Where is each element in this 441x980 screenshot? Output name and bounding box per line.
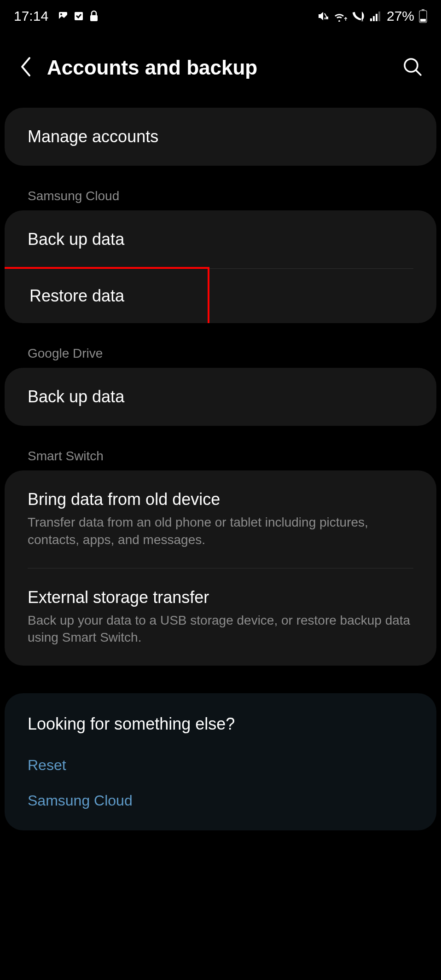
footer-title: Looking for something else? xyxy=(5,693,436,748)
status-bar: 17:14 1 27% xyxy=(0,0,441,32)
battery-icon xyxy=(419,9,427,23)
lock-icon xyxy=(89,10,99,22)
item-backup-data-samsung[interactable]: Back up data xyxy=(5,210,436,268)
app-header: Accounts and backup xyxy=(0,32,441,108)
status-time: 17:14 xyxy=(14,8,48,24)
svg-rect-8 xyxy=(376,14,377,21)
mute-icon xyxy=(317,10,329,22)
image-icon xyxy=(58,11,69,22)
svg-text:1: 1 xyxy=(361,17,364,22)
battery-percent: 27% xyxy=(387,8,414,24)
svg-rect-9 xyxy=(378,12,380,21)
item-label: Manage accounts xyxy=(28,127,413,146)
item-restore-data[interactable]: Restore data xyxy=(5,267,209,323)
item-label: Restore data xyxy=(29,286,171,306)
link-samsung-cloud[interactable]: Samsung Cloud xyxy=(5,783,436,830)
card-google-drive: Back up data xyxy=(5,368,436,426)
section-label-smart-switch: Smart Switch xyxy=(5,440,436,470)
item-label: External storage transfer xyxy=(28,588,413,607)
svg-rect-7 xyxy=(373,16,375,21)
link-reset[interactable]: Reset xyxy=(5,748,436,783)
item-external-storage[interactable]: External storage transfer Back up your d… xyxy=(5,568,436,666)
signal-icon xyxy=(370,11,382,21)
checkbox-icon xyxy=(73,11,84,22)
svg-rect-3 xyxy=(90,15,98,21)
svg-point-1 xyxy=(60,13,62,15)
section-label-google-drive: Google Drive xyxy=(5,337,436,368)
item-subtitle: Back up your data to a USB storage devic… xyxy=(28,612,413,647)
volte-icon: 1 xyxy=(352,10,366,22)
svg-rect-12 xyxy=(420,19,426,22)
status-right: 1 27% xyxy=(317,8,427,24)
card-samsung-cloud: Back up data Restore data xyxy=(5,210,436,323)
content-area: Manage accounts Samsung Cloud Back up da… xyxy=(0,108,441,830)
item-backup-data-google[interactable]: Back up data xyxy=(5,368,436,426)
status-left: 17:14 xyxy=(14,8,99,24)
svg-line-14 xyxy=(416,70,421,75)
page-title: Accounts and backup xyxy=(47,56,389,79)
item-manage-accounts[interactable]: Manage accounts xyxy=(5,108,436,166)
item-label: Bring data from old device xyxy=(28,490,413,509)
card-looking-for: Looking for something else? Reset Samsun… xyxy=(5,693,436,830)
item-subtitle: Transfer data from an old phone or table… xyxy=(28,514,413,549)
item-bring-data[interactable]: Bring data from old device Transfer data… xyxy=(5,470,436,568)
svg-rect-6 xyxy=(370,18,372,21)
card-smart-switch: Bring data from old device Transfer data… xyxy=(5,470,436,666)
item-label: Back up data xyxy=(28,387,413,406)
item-label: Back up data xyxy=(28,230,413,249)
card-manage-accounts: Manage accounts xyxy=(5,108,436,166)
section-label-samsung-cloud: Samsung Cloud xyxy=(5,180,436,210)
back-icon[interactable] xyxy=(18,55,33,80)
search-icon[interactable] xyxy=(402,57,423,79)
wifi-icon xyxy=(333,11,347,22)
